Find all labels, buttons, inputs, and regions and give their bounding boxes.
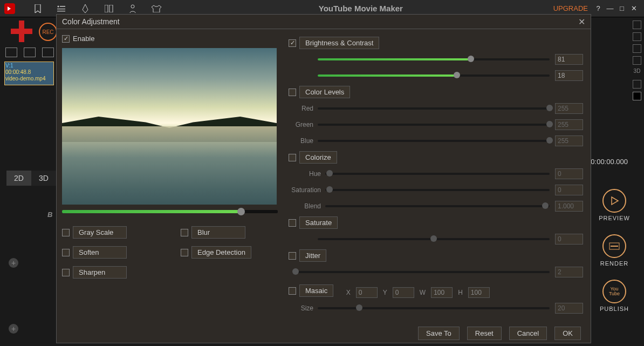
red-slider[interactable] — [318, 107, 550, 110]
shirt-icon[interactable] — [150, 2, 163, 15]
mosaic-y-value[interactable]: 0 — [393, 287, 414, 298]
video-tab-icon[interactable] — [5, 48, 17, 57]
upgrade-link[interactable]: UPGRADE — [553, 4, 588, 12]
colorize-checkbox[interactable] — [289, 154, 296, 161]
add-track-button-1[interactable]: + — [9, 258, 18, 268]
photo-tab-icon[interactable] — [24, 48, 36, 57]
saturation-label: Saturation — [289, 186, 321, 194]
saturate-checkbox[interactable] — [289, 219, 296, 227]
close-window-icon[interactable]: ✕ — [629, 4, 638, 12]
mosaic-size-slider[interactable] — [318, 307, 550, 309]
saturation-slider[interactable] — [325, 189, 550, 191]
strip-icon-5[interactable] — [633, 80, 641, 89]
cancel-button[interactable]: Cancel — [509, 327, 547, 340]
strip-icon-3[interactable] — [633, 44, 641, 53]
preview-slider[interactable] — [62, 210, 278, 213]
pen-icon[interactable] — [79, 2, 92, 15]
preview-label: PREVIEW — [595, 215, 633, 221]
publish-button[interactable]: YouTube — [602, 280, 626, 303]
colorize-header: Colorize — [289, 151, 583, 164]
audio-tab-icon[interactable] — [42, 48, 54, 57]
jitter-slider[interactable] — [293, 271, 550, 273]
strip-3d-label[interactable]: 3D — [633, 68, 641, 77]
red-value[interactable]: 255 — [555, 103, 583, 114]
green-value[interactable]: 255 — [555, 119, 583, 130]
publish-label: PUBLISH — [595, 306, 633, 312]
jitter-checkbox[interactable] — [289, 252, 296, 260]
sharpen-button[interactable]: Sharpen — [62, 266, 138, 279]
saturation-value[interactable]: 0 — [555, 185, 583, 195]
svg-rect-3 — [57, 11, 65, 11]
save-to-button[interactable]: Save To — [418, 327, 460, 340]
saturate-value[interactable]: 0 — [555, 234, 583, 245]
ok-button[interactable]: OK — [554, 327, 581, 340]
record-button[interactable]: REC — [39, 23, 57, 41]
playhead-timestamp: 0:00:00.000 — [591, 158, 628, 166]
tab-2d[interactable]: 2D — [6, 171, 31, 186]
mosaic-y-label: Y — [383, 289, 387, 296]
blue-slider[interactable] — [318, 140, 550, 142]
mosaic-size-value[interactable]: 20 — [555, 303, 583, 314]
mosaic-checkbox[interactable] — [289, 287, 296, 295]
add-track-button-2[interactable]: + — [9, 324, 18, 334]
red-label: Red — [289, 105, 313, 112]
mosaic-header: Masaic — [289, 284, 333, 297]
maximize-icon[interactable]: □ — [618, 4, 626, 12]
blend-slider[interactable] — [325, 205, 550, 207]
strip-icon-1[interactable] — [633, 21, 641, 29]
clip-track: V:1 — [5, 63, 53, 69]
mosaic-size-label: Size — [289, 304, 313, 312]
saturate-slider[interactable] — [318, 238, 550, 240]
view-mode-tabs: 2D 3D — [6, 171, 56, 186]
hue-value[interactable]: 0 — [555, 168, 583, 179]
strip-icon-2[interactable] — [633, 32, 641, 41]
tab-3d[interactable]: 3D — [31, 171, 56, 186]
grayscale-button[interactable]: Gray Scale — [62, 226, 138, 239]
saturate-header: Saturate — [289, 216, 583, 229]
blur-button[interactable]: Blur — [181, 226, 256, 239]
mosaic-h-value[interactable]: 100 — [468, 287, 490, 298]
list-icon[interactable] — [55, 2, 68, 15]
brightness-checkbox[interactable]: ✓ — [289, 39, 296, 47]
render-button[interactable] — [602, 234, 626, 258]
color-levels-checkbox[interactable] — [289, 89, 296, 96]
blend-value[interactable]: 1.000 — [555, 201, 583, 212]
help-icon[interactable]: ? — [594, 4, 602, 12]
clip-name: video-demo.mp4 — [5, 76, 53, 82]
mosaic-x-value[interactable]: 0 — [356, 287, 378, 298]
hue-slider[interactable] — [325, 173, 550, 175]
right-tool-strip: 3D — [630, 17, 644, 125]
mosaic-w-value[interactable]: 100 — [431, 287, 453, 298]
green-slider[interactable] — [318, 124, 550, 126]
svg-rect-2 — [57, 9, 65, 9]
close-icon[interactable]: ✕ — [578, 17, 585, 27]
bookmark-icon[interactable] — [31, 2, 44, 15]
colorize-label: Colorize — [299, 151, 337, 164]
layout-icon[interactable] — [102, 2, 115, 15]
color-levels-label: Color Levels — [299, 86, 350, 98]
blue-value[interactable]: 255 — [555, 135, 583, 146]
jitter-value[interactable]: 2 — [555, 267, 583, 277]
person-icon[interactable] — [126, 2, 139, 15]
svg-rect-1 — [60, 6, 65, 7]
media-type-tabs — [5, 48, 54, 57]
contrast-value[interactable]: 18 — [555, 70, 583, 81]
svg-rect-8 — [611, 246, 618, 247]
preview-button[interactable] — [602, 189, 626, 213]
color-adjustment-dialog: Color Adjustment ✕ ✓ Enable Gray Scale S… — [56, 14, 591, 343]
edge-detection-button[interactable]: Edge Detection — [181, 246, 256, 259]
strip-icon-4[interactable] — [633, 56, 641, 65]
brightness-slider[interactable] — [318, 58, 550, 60]
brightness-value[interactable]: 81 — [555, 54, 583, 65]
svg-rect-5 — [109, 5, 113, 12]
minimize-icon[interactable]: — — [606, 4, 614, 12]
soften-button[interactable]: Soften — [62, 246, 138, 259]
media-clip-thumb[interactable]: V:1 00:00:48.8 video-demo.mp4 — [4, 62, 54, 85]
reset-button[interactable]: Reset — [467, 327, 502, 340]
strip-color-swatch[interactable] — [633, 92, 641, 100]
dialog-header: Color Adjustment ✕ — [57, 15, 591, 29]
blend-label: Blend — [289, 202, 321, 210]
enable-checkbox[interactable]: ✓ — [62, 35, 70, 43]
contrast-slider[interactable] — [318, 74, 550, 77]
add-media-icon[interactable] — [11, 21, 32, 42]
